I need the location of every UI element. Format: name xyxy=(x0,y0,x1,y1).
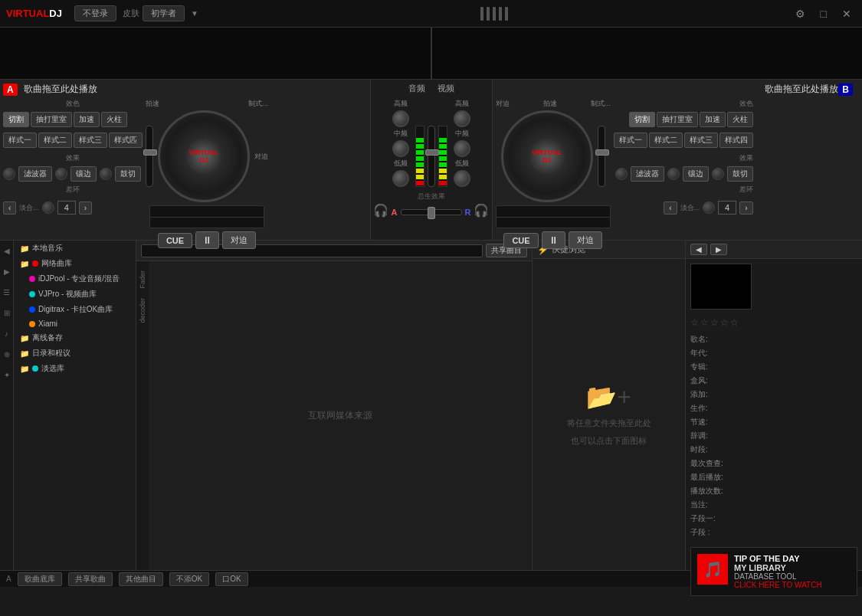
deck-b-style3-btn[interactable]: 样式三 xyxy=(684,133,718,148)
eq-low-label-a: 低频 xyxy=(394,159,408,169)
crossfader-thumb[interactable] xyxy=(428,207,435,219)
sidebar-idjpool[interactable]: iDJPool - 专业音频/混音 xyxy=(14,271,136,287)
sidebar-history[interactable]: 📁 日录和程议 xyxy=(14,346,136,361)
deck-b-fx-knob-2[interactable] xyxy=(667,168,680,180)
tool-btn-6[interactable]: ⊕ xyxy=(0,344,13,365)
deck-b-cue-btn[interactable]: CUE xyxy=(503,233,538,248)
deck-a-accel-btn[interactable]: 加速 xyxy=(74,112,100,127)
eq-high-knob-b[interactable] xyxy=(454,110,470,127)
deck-b-loop-knob[interactable] xyxy=(703,202,715,214)
deck-b-beatcut-btn[interactable]: 鼓切 xyxy=(727,166,753,182)
close-button[interactable]: ✕ xyxy=(837,6,856,21)
deck-a-beatcut-btn[interactable]: 鼓切 xyxy=(115,166,141,182)
deck-a-play-btn[interactable]: ⏸ xyxy=(195,231,219,249)
deck-b-cut-btn[interactable]: 切割 xyxy=(629,112,655,127)
status-extra2-btn[interactable]: 不添OK xyxy=(169,572,209,586)
skin-selector[interactable]: 初学者 xyxy=(143,5,185,21)
sidebar: 📁 本地音乐 📁 网络曲库 iDJPool - 专业音频/混音 VJPro - … xyxy=(14,241,136,570)
deck-b-stutter-btn[interactable]: 抽打里室 xyxy=(657,112,698,127)
deck-a-loop-prev[interactable]: ‹ xyxy=(3,202,16,215)
deck-a-pitch-fader[interactable] xyxy=(146,126,153,187)
status-extra1-btn[interactable]: 其他曲目 xyxy=(119,572,163,586)
eq-col-b: 高频 中频 低频 xyxy=(454,99,470,187)
maximize-button[interactable]: □ xyxy=(816,6,831,21)
deck-b-loop-prev[interactable]: ‹ xyxy=(664,202,677,215)
deck-a-loop-next[interactable]: › xyxy=(79,202,92,215)
eq-low-knob-a[interactable] xyxy=(392,170,409,187)
deck-b-filter-btn[interactable]: 滤波器 xyxy=(631,166,664,182)
headphone-a-btn[interactable]: 🎧 xyxy=(373,203,388,218)
headphone-b-btn[interactable]: 🎧 xyxy=(474,203,489,218)
deck-a-filter-btn[interactable]: 滤波器 xyxy=(18,166,52,182)
eq-high-knob-a[interactable] xyxy=(392,110,409,127)
deck-a-pitch-reset[interactable]: 制式... xyxy=(248,99,268,109)
deck-b-style1-btn[interactable]: 样式一 xyxy=(614,133,647,148)
side-tab-fader[interactable]: Fader xyxy=(137,267,148,292)
deck-a-platter[interactable]: VIRTUAL DJ xyxy=(158,110,250,202)
deck-b-fx-knob-3[interactable] xyxy=(712,168,724,180)
deck-b-style2-btn[interactable]: 样式二 xyxy=(649,133,683,148)
sidebar-vjpro[interactable]: VJPro - 视频曲库 xyxy=(14,287,136,302)
deck-a-turntable: 拍速 制式... VIRTUAL DJ 对迫 xyxy=(146,99,268,249)
deck-b-accel-btn[interactable]: 加速 xyxy=(700,112,726,127)
sidebar-filter[interactable]: 📁 淡选库 xyxy=(14,361,136,376)
deck-a-brake-btn[interactable]: 火柱 xyxy=(101,112,127,127)
deck-b-platter[interactable]: VIRTUAL DJ xyxy=(501,110,593,202)
tool-btn-3[interactable]: ☰ xyxy=(0,282,13,303)
deck-a-style4-btn[interactable]: 样式匹 xyxy=(109,133,143,148)
deck-a-fx-knob-1[interactable] xyxy=(3,168,15,180)
vu-green-2 xyxy=(416,156,424,161)
deck-b-fx-knob-1[interactable] xyxy=(615,168,628,180)
deck-a-pitch-thumb[interactable] xyxy=(143,149,157,156)
deck-a-loop-knob[interactable] xyxy=(42,202,54,214)
sidebar-digitrax[interactable]: Digitrax - 卡拉OK曲库 xyxy=(14,302,136,317)
deck-b-style4-btn[interactable]: 样式四 xyxy=(719,133,753,148)
eq-high-label-a: 高频 xyxy=(394,99,408,109)
deck-a-flanger-btn[interactable]: 镶边 xyxy=(70,166,97,182)
deck-b-play-btn[interactable]: ⏸ xyxy=(542,231,565,249)
deck-b-loop-label: 差环 xyxy=(739,185,753,195)
deck-a-style2-btn[interactable]: 样式二 xyxy=(38,133,72,148)
eq-low-knob-b[interactable] xyxy=(454,170,470,187)
deck-a-cue-btn[interactable]: CUE xyxy=(158,233,192,248)
settings-button[interactable]: ⚙ xyxy=(791,6,810,21)
status-shared-songs-btn[interactable]: 共享歌曲 xyxy=(68,572,113,586)
eq-mid-knob-b[interactable] xyxy=(454,140,470,157)
deck-a-effects-row: 滤波器 镶边 鼓切 xyxy=(3,166,143,182)
sidebar-favorites[interactable]: 📁 离线备存 xyxy=(14,330,136,346)
mixer-main-fader[interactable] xyxy=(428,126,435,187)
side-tab-decoder[interactable]: decoder xyxy=(137,295,148,326)
status-song-base-btn[interactable]: 歌曲底库 xyxy=(18,572,62,586)
sidebar-network-base[interactable]: 📁 网络曲库 xyxy=(14,256,136,271)
deck-b-brake-btn[interactable]: 火柱 xyxy=(727,112,753,127)
eq-mid-knob-a[interactable] xyxy=(392,140,409,157)
skin-dropdown-icon[interactable]: ▼ xyxy=(191,9,198,18)
tool-btn-5[interactable]: ♪ xyxy=(0,323,13,344)
deck-b-flanger-btn[interactable]: 镶边 xyxy=(683,166,709,182)
deck-a-stutter-btn[interactable]: 抽打里室 xyxy=(31,112,72,127)
deck-b-sync-btn[interactable]: 对迫 xyxy=(569,231,602,249)
tool-btn-4[interactable]: ⊞ xyxy=(0,303,13,323)
tool-btn-7[interactable]: ✦ xyxy=(0,365,13,385)
deck-a-style1-btn[interactable]: 样式一 xyxy=(3,133,37,148)
deck-b-loop-next[interactable]: › xyxy=(739,202,752,215)
file-browser: 共享曲目 Fader decoder 互联网媒体来源 xyxy=(136,241,533,570)
tip-cta-link[interactable]: CLICK HERE TO WATCH xyxy=(734,581,822,589)
status-extra3-btn[interactable]: 口OK xyxy=(215,572,247,586)
info-panel: ◀ ▶ ☆☆☆☆☆ 歌名: 年代: 专辑: 盒风: 添加: 生作: xyxy=(686,241,862,570)
not-logged-in-button[interactable]: 不登录 xyxy=(74,5,116,21)
sidebar-xiami[interactable]: Xiami xyxy=(14,317,136,330)
crossfader-track[interactable] xyxy=(401,209,462,215)
deck-a-fx-knob-3[interactable] xyxy=(100,168,112,180)
sidebar-idjpool-dot xyxy=(29,276,35,282)
mixer-fader-thumb[interactable] xyxy=(425,149,439,156)
deck-b-pitch-fader[interactable] xyxy=(598,126,605,187)
deck-a-fx-knob-2[interactable] xyxy=(55,168,67,180)
deck-a-cut-btn[interactable]: 切割 xyxy=(3,112,29,127)
deck-a-style3-btn[interactable]: 样式三 xyxy=(74,133,107,148)
deck-b-pitch-thumb[interactable] xyxy=(595,149,609,156)
deck-a-sync-btn[interactable]: 对迫 xyxy=(222,231,256,249)
tool-btn-2[interactable]: ▶ xyxy=(0,261,13,282)
deck-b-pitch-reset[interactable]: 制式... xyxy=(591,99,611,109)
deck-b-oppose-top: 对迫 xyxy=(496,99,510,109)
